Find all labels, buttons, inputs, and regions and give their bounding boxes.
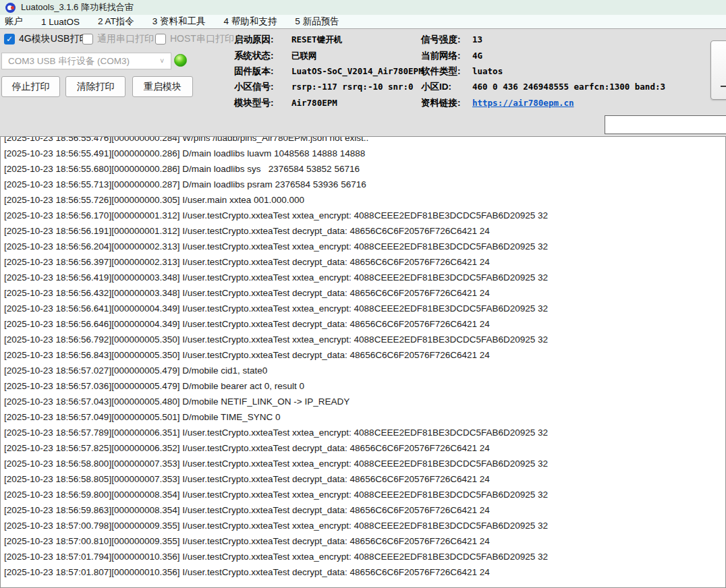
log-line: [2025-10-23 18:56:55.476][000000000.284]… — [4, 136, 725, 146]
info-row-signal-strength: 信号强度: 13 — [421, 34, 482, 46]
checkbox-generic-serial-label: 通用串口打印 — [97, 33, 154, 45]
checkbox-usb-print-label: 4G模块USB打印 — [19, 33, 88, 45]
checkbox-checked-icon[interactable]: ✓ — [4, 34, 15, 45]
info-row-current-network: 当前网络: 4G — [421, 50, 482, 62]
log-line: [2025-10-23 18:56:56.641][000000004.349]… — [4, 301, 725, 316]
side-panel-cutoff[interactable] — [710, 40, 726, 100]
system-status-value: 已联网 — [291, 51, 317, 62]
window-title: Luatools_3.1.6 降功耗找合宙 — [21, 1, 134, 13]
docs-link-label: 资料链接: — [421, 97, 472, 109]
log-line: [2025-10-23 18:56:56.419][000000003.348]… — [4, 270, 725, 285]
software-type-label: 软件类型: — [421, 65, 472, 78]
module-model-label: 模块型号: — [234, 97, 291, 109]
log-line: [2025-10-23 18:57:01.794][000000010.356]… — [4, 549, 725, 564]
cell-id-value: 460 0 436 246948555 earfcn:1300 band:3 — [472, 82, 665, 92]
checkbox-host-serial-label: HOST串口打印 — [170, 33, 234, 45]
com-port-selected-value: COM3 USB 串行设备 (COM3) — [8, 55, 130, 67]
log-line: [2025-10-23 18:56:59.863][000000008.354]… — [4, 502, 725, 518]
app-logo-icon — [5, 3, 16, 13]
cell-signal-label: 小区信号: — [234, 81, 291, 93]
restart-module-button[interactable]: 重启模块 — [132, 76, 193, 97]
log-line: [2025-10-23 18:56:56.191][000000001.312]… — [4, 223, 725, 239]
log-line: [2025-10-23 18:56:56.792][000000005.350]… — [4, 332, 725, 347]
checkbox-host-serial-print[interactable]: HOST串口打印 — [155, 33, 234, 45]
menu-item-account[interactable]: 账户 — [5, 16, 23, 28]
log-line: [2025-10-23 18:56:55.726][000000000.305]… — [4, 192, 725, 208]
cell-id-label: 小区ID: — [421, 81, 472, 93]
log-line: [2025-10-23 18:56:57.049][000000005.501]… — [4, 409, 725, 425]
clear-print-button[interactable]: 清除打印 — [65, 76, 125, 97]
connection-status-led-icon — [174, 54, 187, 67]
boot-reason-value: RESET键开机 — [291, 34, 342, 46]
current-network-value: 4G — [472, 51, 482, 61]
log-lines: [2025-10-23 18:56:55.476][000000000.284]… — [1, 136, 725, 580]
checkbox-generic-serial-print[interactable]: 通用串口打印 — [82, 33, 154, 45]
log-line: [2025-10-23 18:56:56.843][000000005.350]… — [4, 347, 725, 363]
log-line: [2025-10-23 18:56:57.027][000000005.479]… — [4, 363, 725, 378]
info-row-docs-link: 资料链接: https://air780epm.cn — [421, 97, 574, 109]
log-filter-input[interactable] — [605, 115, 726, 134]
boot-reason-label: 启动原因: — [234, 34, 291, 46]
title-bar: Luatools_3.1.6 降功耗找合宙 — [0, 0, 726, 15]
log-line: [2025-10-23 18:56:57.789][000000006.351]… — [4, 425, 725, 440]
info-row-cell-id: 小区ID: 460 0 436 246948555 earfcn:1300 ba… — [421, 81, 665, 93]
menu-item-at-command[interactable]: 2 AT指令 — [98, 16, 134, 28]
info-row-module-model: 模块型号: Air780EPM — [234, 97, 337, 109]
info-row-software-type: 软件类型: luatos — [421, 65, 503, 78]
log-line: [2025-10-23 18:56:59.800][000000008.354]… — [4, 487, 725, 502]
system-status-label: 系统状态: — [234, 50, 291, 62]
menu-item-new-products[interactable]: 5 新品预告 — [295, 16, 339, 28]
log-line: [2025-10-23 18:56:55.713][000000000.287]… — [4, 177, 725, 192]
signal-strength-label: 信号强度: — [421, 34, 472, 46]
minus-icon — [721, 86, 726, 87]
signal-strength-value: 13 — [472, 34, 482, 45]
menu-item-docs-tools[interactable]: 3 资料和工具 — [152, 16, 206, 28]
cell-signal-value: rsrp:-117 rsrq:-10 snr:0 — [291, 82, 414, 92]
log-line: [2025-10-23 18:56:55.680][000000000.286]… — [4, 161, 725, 177]
log-line: [2025-10-23 18:56:55.491][000000000.286]… — [4, 146, 725, 161]
module-model-value: Air780EPM — [291, 98, 337, 108]
log-line: [2025-10-23 18:56:56.397][000000002.313]… — [4, 254, 725, 270]
log-line: [2025-10-23 18:56:56.204][000000002.313]… — [4, 239, 725, 254]
log-line: [2025-10-23 18:56:58.805][000000007.353]… — [4, 471, 725, 487]
stop-print-button[interactable]: 停止打印 — [1, 76, 60, 97]
log-output-area[interactable]: [2025-10-23 18:56:55.476][000000000.284]… — [0, 136, 726, 588]
log-line: [2025-10-23 18:56:56.170][000000001.312]… — [4, 208, 725, 223]
log-line: [2025-10-23 18:56:57.043][000000005.480]… — [4, 394, 725, 409]
luatools-window: Luatools_3.1.6 降功耗找合宙 账户 1 LuatOS 2 AT指令… — [0, 0, 726, 588]
checkbox-unchecked-icon[interactable] — [155, 34, 166, 45]
firmware-version-value: LuatOS-SoC_V2014_Air780EPM — [291, 66, 424, 76]
menu-bar: 账户 1 LuatOS 2 AT指令 3 资料和工具 4 帮助和支持 5 新品预… — [0, 15, 726, 29]
log-line: [2025-10-23 18:57:01.807][000000010.356]… — [4, 564, 725, 580]
info-row-system-status: 系统状态: 已联网 — [234, 50, 317, 62]
checkbox-usb-print[interactable]: ✓ 4G模块USB打印 — [4, 33, 88, 45]
log-line: [2025-10-23 18:56:57.825][000000006.352]… — [4, 440, 725, 456]
info-row-boot-reason: 启动原因: RESET键开机 — [234, 34, 342, 46]
log-line: [2025-10-23 18:56:57.036][000000005.479]… — [4, 378, 725, 394]
log-line: [2025-10-23 18:57:00.798][000000009.355]… — [4, 518, 725, 533]
chevron-down-icon: ˅ — [160, 57, 164, 65]
menu-item-luatos[interactable]: 1 LuatOS — [41, 17, 80, 27]
log-line: [2025-10-23 18:56:58.800][000000007.353]… — [4, 456, 725, 471]
log-line: [2025-10-23 18:56:56.432][000000003.348]… — [4, 285, 725, 301]
software-type-value: luatos — [472, 66, 503, 76]
checkbox-unchecked-icon[interactable] — [82, 34, 93, 45]
firmware-version-label: 固件版本: — [234, 65, 291, 78]
docs-link[interactable]: https://air780epm.cn — [472, 98, 574, 108]
log-line: [2025-10-23 18:57:00.810][000000009.355]… — [4, 533, 725, 549]
current-network-label: 当前网络: — [421, 50, 472, 62]
log-line: [2025-10-23 18:56:56.646][000000004.349]… — [4, 316, 725, 332]
com-port-select[interactable]: COM3 USB 串行设备 (COM3) ˅ — [1, 53, 171, 69]
info-row-cell-signal: 小区信号: rsrp:-117 rsrq:-10 snr:0 — [234, 81, 414, 93]
menu-item-help-support[interactable]: 4 帮助和支持 — [224, 16, 277, 28]
info-row-firmware-version: 固件版本: LuatOS-SoC_V2014_Air780EPM — [234, 65, 424, 78]
